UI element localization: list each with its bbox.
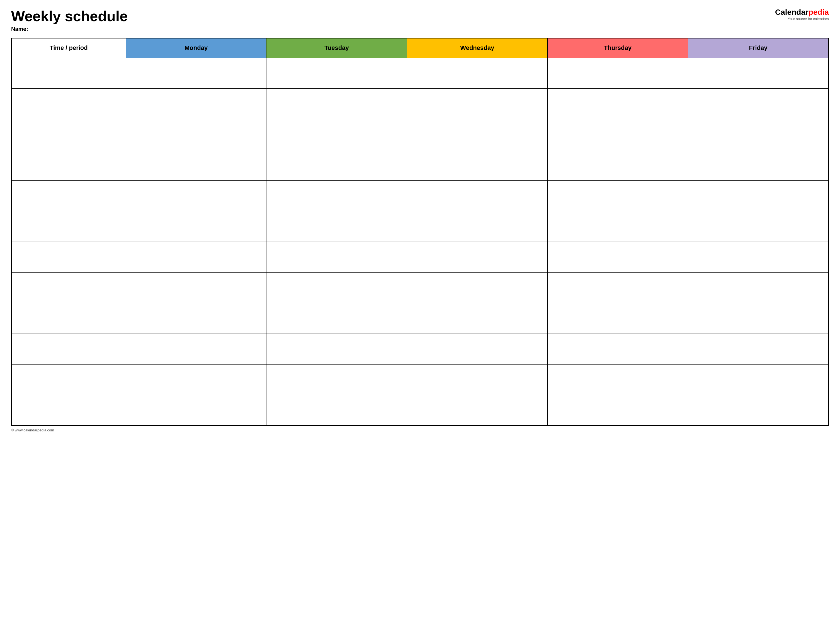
cell-row4-col2[interactable]: [267, 180, 407, 211]
col-header-friday: Friday: [688, 38, 829, 58]
page-title: Weekly schedule: [11, 8, 775, 24]
logo-calendar-text: Calendar: [775, 8, 808, 16]
table-row: [11, 180, 829, 211]
cell-row2-col2[interactable]: [267, 119, 407, 150]
cell-row5-col0[interactable]: [11, 211, 126, 241]
cell-row7-col2[interactable]: [267, 272, 407, 303]
cell-row0-col2[interactable]: [267, 58, 407, 88]
cell-row6-col2[interactable]: [267, 241, 407, 272]
footer-text: © www.calendarpedia.com: [11, 428, 54, 432]
cell-row2-col1[interactable]: [126, 119, 266, 150]
cell-row1-col1[interactable]: [126, 88, 266, 119]
cell-row8-col3[interactable]: [407, 303, 547, 334]
table-row: [11, 150, 829, 180]
cell-row5-col2[interactable]: [267, 211, 407, 241]
cell-row8-col2[interactable]: [267, 303, 407, 334]
cell-row5-col1[interactable]: [126, 211, 266, 241]
cell-row9-col4[interactable]: [547, 334, 688, 364]
table-row: [11, 364, 829, 395]
cell-row11-col4[interactable]: [547, 395, 688, 426]
cell-row9-col1[interactable]: [126, 334, 266, 364]
cell-row4-col1[interactable]: [126, 180, 266, 211]
cell-row11-col2[interactable]: [267, 395, 407, 426]
cell-row8-col4[interactable]: [547, 303, 688, 334]
logo-text: Calendarpedia: [775, 8, 829, 16]
cell-row11-col1[interactable]: [126, 395, 266, 426]
cell-row7-col4[interactable]: [547, 272, 688, 303]
table-row: [11, 272, 829, 303]
table-row: [11, 395, 829, 426]
cell-row7-col5[interactable]: [688, 272, 829, 303]
cell-row3-col1[interactable]: [126, 150, 266, 180]
table-row: [11, 58, 829, 88]
cell-row3-col2[interactable]: [267, 150, 407, 180]
cell-row9-col2[interactable]: [267, 334, 407, 364]
cell-row2-col5[interactable]: [688, 119, 829, 150]
cell-row6-col1[interactable]: [126, 241, 266, 272]
cell-row6-col3[interactable]: [407, 241, 547, 272]
table-row: [11, 88, 829, 119]
cell-row11-col5[interactable]: [688, 395, 829, 426]
cell-row1-col0[interactable]: [11, 88, 126, 119]
cell-row8-col0[interactable]: [11, 303, 126, 334]
cell-row1-col3[interactable]: [407, 88, 547, 119]
cell-row10-col1[interactable]: [126, 364, 266, 395]
logo-section: Calendarpedia Your source for calendars: [775, 8, 829, 21]
cell-row9-col0[interactable]: [11, 334, 126, 364]
table-row: [11, 119, 829, 150]
name-label: Name:: [11, 26, 775, 32]
cell-row4-col4[interactable]: [547, 180, 688, 211]
cell-row1-col4[interactable]: [547, 88, 688, 119]
cell-row9-col5[interactable]: [688, 334, 829, 364]
cell-row10-col5[interactable]: [688, 364, 829, 395]
cell-row11-col0[interactable]: [11, 395, 126, 426]
table-header: Time / period Monday Tuesday Wednesday T…: [11, 38, 829, 58]
cell-row10-col4[interactable]: [547, 364, 688, 395]
cell-row3-col4[interactable]: [547, 150, 688, 180]
col-header-monday: Monday: [126, 38, 266, 58]
cell-row11-col3[interactable]: [407, 395, 547, 426]
cell-row3-col5[interactable]: [688, 150, 829, 180]
cell-row2-col4[interactable]: [547, 119, 688, 150]
footer: © www.calendarpedia.com: [11, 428, 829, 432]
cell-row4-col5[interactable]: [688, 180, 829, 211]
cell-row8-col5[interactable]: [688, 303, 829, 334]
cell-row3-col0[interactable]: [11, 150, 126, 180]
cell-row4-col3[interactable]: [407, 180, 547, 211]
logo-subtitle: Your source for calendars: [775, 17, 829, 21]
cell-row7-col1[interactable]: [126, 272, 266, 303]
cell-row5-col3[interactable]: [407, 211, 547, 241]
table-row: [11, 334, 829, 364]
cell-row8-col1[interactable]: [126, 303, 266, 334]
cell-row3-col3[interactable]: [407, 150, 547, 180]
col-header-tuesday: Tuesday: [267, 38, 407, 58]
cell-row10-col0[interactable]: [11, 364, 126, 395]
cell-row0-col4[interactable]: [547, 58, 688, 88]
cell-row6-col0[interactable]: [11, 241, 126, 272]
schedule-table: Time / period Monday Tuesday Wednesday T…: [11, 38, 829, 426]
cell-row1-col2[interactable]: [267, 88, 407, 119]
page-header: Weekly schedule Name: Calendarpedia Your…: [11, 8, 829, 32]
cell-row5-col5[interactable]: [688, 211, 829, 241]
cell-row10-col2[interactable]: [267, 364, 407, 395]
cell-row10-col3[interactable]: [407, 364, 547, 395]
cell-row6-col5[interactable]: [688, 241, 829, 272]
cell-row2-col3[interactable]: [407, 119, 547, 150]
cell-row4-col0[interactable]: [11, 180, 126, 211]
cell-row0-col3[interactable]: [407, 58, 547, 88]
cell-row7-col3[interactable]: [407, 272, 547, 303]
cell-row1-col5[interactable]: [688, 88, 829, 119]
cell-row9-col3[interactable]: [407, 334, 547, 364]
table-row: [11, 303, 829, 334]
cell-row0-col1[interactable]: [126, 58, 266, 88]
col-header-time: Time / period: [11, 38, 126, 58]
table-body: [11, 58, 829, 426]
cell-row0-col5[interactable]: [688, 58, 829, 88]
cell-row0-col0[interactable]: [11, 58, 126, 88]
cell-row5-col4[interactable]: [547, 211, 688, 241]
title-section: Weekly schedule Name:: [11, 8, 775, 32]
cell-row7-col0[interactable]: [11, 272, 126, 303]
cell-row2-col0[interactable]: [11, 119, 126, 150]
table-row: [11, 241, 829, 272]
cell-row6-col4[interactable]: [547, 241, 688, 272]
